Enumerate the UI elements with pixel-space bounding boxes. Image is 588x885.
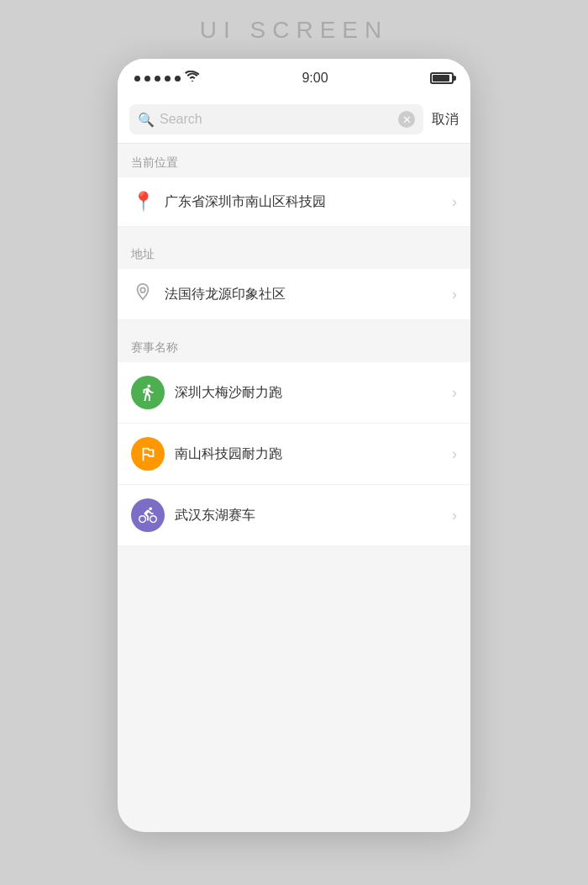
event-2-text: 南山科技园耐力跑 (175, 445, 442, 463)
list-item-event-2[interactable]: 南山科技园耐力跑 › (118, 424, 470, 485)
signal-dot (134, 76, 140, 82)
list-item-event-3[interactable]: 武汉东湖赛车 › (118, 485, 470, 546)
battery-icon (430, 72, 454, 84)
signal-dot (165, 76, 171, 82)
pin-icon: 📍 (131, 191, 155, 213)
section-header-address: 地址 (118, 235, 470, 269)
status-time: 9:00 (302, 71, 328, 86)
divider (118, 320, 470, 329)
event-icon-cycling (131, 498, 165, 532)
list-item-event-1[interactable]: 深圳大梅沙耐力跑 › (118, 362, 470, 424)
section-header-events: 赛事名称 (118, 329, 470, 362)
event-3-text: 武汉东湖赛车 (175, 507, 442, 524)
close-icon: ✕ (402, 114, 412, 125)
list-item-current-location[interactable]: 📍 广东省深圳市南山区科技园 › (118, 177, 470, 227)
search-icon: 🔍 (138, 112, 155, 128)
search-bar[interactable]: 🔍 Search ✕ 取消 (118, 96, 470, 144)
event-icon-mountain (131, 437, 165, 471)
content-area: 当前位置 📍 广东省深圳市南山区科技园 › 地址 法国待龙源印象社区 › (118, 144, 470, 546)
search-clear-button[interactable]: ✕ (398, 111, 415, 128)
section-header-current-location: 当前位置 (118, 144, 470, 177)
phone-frame: 9:00 🔍 Search ✕ 取消 当前位置 📍 广东省深圳市南山区科技园 › (118, 59, 470, 832)
search-placeholder: Search (160, 112, 393, 127)
search-input-wrap[interactable]: 🔍 Search ✕ (129, 104, 423, 134)
cancel-button[interactable]: 取消 (432, 108, 459, 132)
svg-point-0 (140, 287, 145, 292)
divider (118, 227, 470, 235)
location-outline-icon (131, 282, 155, 306)
chevron-right-icon: › (452, 193, 457, 211)
signal-dot (175, 76, 181, 82)
list-item-address[interactable]: 法国待龙源印象社区 › (118, 269, 470, 320)
status-bar: 9:00 (118, 59, 470, 96)
chevron-right-icon: › (452, 445, 457, 463)
address-text: 法国待龙源印象社区 (165, 286, 442, 303)
status-indicators (134, 71, 200, 86)
chevron-right-icon: › (452, 384, 457, 402)
signal-dot (155, 76, 160, 82)
current-location-text: 广东省深圳市南山区科技园 (165, 193, 442, 211)
signal-dot (144, 76, 150, 82)
wifi-icon (185, 71, 200, 86)
event-icon-running (131, 376, 165, 409)
page-title: UI SCREEN (200, 17, 388, 44)
event-1-text: 深圳大梅沙耐力跑 (175, 384, 442, 402)
chevron-right-icon: › (452, 507, 457, 524)
chevron-right-icon: › (452, 286, 457, 303)
